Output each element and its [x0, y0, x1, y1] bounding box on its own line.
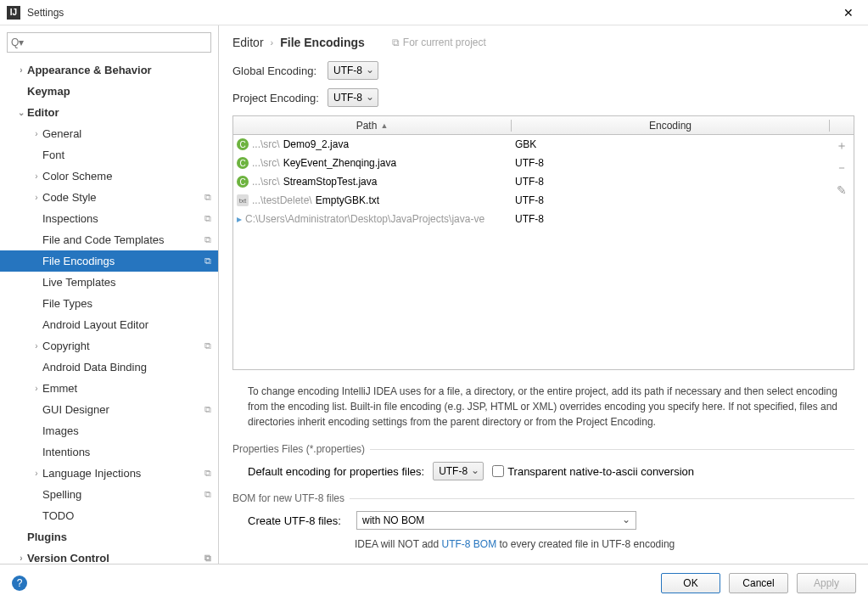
table-rows[interactable]: C...\src\Demo9_2.javaGBKC...\src\KeyEven…	[233, 135, 830, 369]
project-badge-icon: ⧉	[204, 553, 211, 564]
sidebar-item-label: Language Injections	[42, 467, 204, 480]
project-encoding-combo[interactable]: UTF-8	[328, 88, 378, 107]
search-wrap	[0, 25, 218, 59]
sidebar-item-label: Copyright	[42, 340, 204, 352]
transparent-checkbox[interactable]: Transparent native-to-ascii conversion	[492, 465, 694, 478]
table-row[interactable]: C...\src\StreamStopTest.javaUTF-8	[233, 172, 830, 191]
sidebar-item-color-scheme[interactable]: ›Color Scheme	[0, 166, 218, 187]
sidebar-item-label: Plugins	[27, 531, 211, 543]
expand-arrow-icon: ›	[31, 129, 42, 138]
sidebar-item-version-control[interactable]: ›Version Control⧉	[0, 548, 218, 564]
utf8-bom-link[interactable]: UTF-8 BOM	[441, 538, 496, 550]
ok-button[interactable]: OK	[661, 573, 720, 593]
sidebar-item-label: File Encodings	[42, 255, 204, 267]
file-name: KeyEvent_Zhenqing.java	[283, 157, 396, 169]
breadcrumb: Editor › File Encodings ⧉For current pro…	[232, 36, 854, 49]
sidebar-item-plugins[interactable]: Plugins	[0, 526, 218, 548]
sidebar-item-file-types[interactable]: File Types	[0, 293, 218, 314]
project-badge-icon: ⧉	[204, 213, 211, 224]
table-row[interactable]: ▸C:\Users\Administrator\Desktop\JavaProj…	[233, 210, 830, 228]
sidebar-item-gui-designer[interactable]: GUI Designer⧉	[0, 399, 218, 420]
sidebar-item-intentions[interactable]: Intentions	[0, 441, 218, 463]
sidebar-item-label: Font	[42, 149, 211, 161]
sidebar-item-android-layout-editor[interactable]: Android Layout Editor	[0, 314, 218, 335]
file-name: StreamStopTest.java	[283, 176, 378, 188]
java-file-icon: C	[237, 138, 249, 150]
add-button[interactable]: ＋	[830, 135, 854, 157]
content-panel: Editor › File Encodings ⧉For current pro…	[219, 25, 868, 564]
folder-icon: ▸	[237, 213, 242, 225]
sidebar-item-keymap[interactable]: Keymap	[0, 81, 218, 102]
bom-row: Create UTF-8 files: with NO BOM	[232, 511, 854, 530]
sidebar-item-inspections[interactable]: Inspections⧉	[0, 208, 218, 229]
sidebar-item-appearance-behavior[interactable]: ›Appearance & Behavior	[0, 59, 218, 81]
sidebar-item-file-encodings[interactable]: File Encodings⧉	[0, 250, 218, 272]
sidebar-item-general[interactable]: ›General	[0, 123, 218, 144]
sidebar: ›Appearance & BehaviorKeymap⌄Editor›Gene…	[0, 25, 219, 564]
sidebar-item-label: TODO	[42, 509, 211, 522]
table-row[interactable]: C...\src\KeyEvent_Zhenqing.javaUTF-8	[233, 154, 830, 172]
cell-encoding[interactable]: UTF-8	[512, 176, 830, 188]
sidebar-item-label: Emmet	[42, 382, 211, 395]
cell-encoding[interactable]: UTF-8	[512, 213, 830, 225]
java-file-icon: C	[237, 176, 249, 188]
titlebar: IJ Settings ✕	[0, 0, 868, 25]
sidebar-item-label: Inspections	[42, 212, 204, 225]
cancel-button[interactable]: Cancel	[729, 573, 788, 593]
global-encoding-row: Global Encoding: UTF-8	[232, 61, 854, 80]
properties-encoding-combo[interactable]: UTF-8	[433, 462, 484, 480]
sidebar-item-language-injections[interactable]: ›Language Injections⧉	[0, 463, 218, 484]
sidebar-item-editor[interactable]: ⌄Editor	[0, 102, 218, 123]
edit-button[interactable]: ✎	[830, 179, 854, 201]
cell-encoding[interactable]: GBK	[512, 138, 830, 150]
sidebar-item-font[interactable]: Font	[0, 144, 218, 166]
chevron-right-icon: ›	[271, 37, 274, 48]
table-row[interactable]: txt...\testDelete\EmptyGBK.txtUTF-8	[233, 191, 830, 210]
sidebar-item-android-data-binding[interactable]: Android Data Binding	[0, 357, 218, 378]
bom-note: IDEA will NOT add UTF-8 BOM to every cre…	[232, 538, 854, 550]
breadcrumb-leaf: File Encodings	[280, 36, 365, 49]
sidebar-item-label: General	[42, 127, 211, 140]
dialog-title: Settings	[27, 7, 836, 19]
expand-arrow-icon: ›	[15, 553, 27, 563]
bom-combo[interactable]: with NO BOM	[356, 511, 636, 530]
sidebar-item-todo[interactable]: TODO	[0, 505, 218, 526]
encoding-table: Path▲ Encoding C...\src\Demo9_2.javaGBKC…	[232, 115, 854, 370]
project-encoding-label: Project Encoding:	[232, 92, 328, 104]
settings-dialog: IJ Settings ✕ ›Appearance & BehaviorKeym…	[0, 0, 868, 601]
close-icon[interactable]: ✕	[836, 6, 861, 20]
cell-encoding[interactable]: UTF-8	[512, 194, 830, 206]
expand-arrow-icon: ›	[15, 65, 27, 75]
cell-encoding[interactable]: UTF-8	[512, 157, 830, 169]
column-encoding[interactable]: Encoding	[512, 120, 830, 132]
search-input[interactable]	[7, 32, 211, 53]
sidebar-item-emmet[interactable]: ›Emmet	[0, 378, 218, 399]
project-encoding-row: Project Encoding: UTF-8	[232, 88, 854, 107]
sidebar-item-label: Intentions	[42, 446, 211, 458]
cell-path: C...\src\KeyEvent_Zhenqing.java	[233, 157, 512, 169]
table-row[interactable]: C...\src\Demo9_2.javaGBK	[233, 135, 830, 154]
sidebar-item-file-and-code-templates[interactable]: File and Code Templates⧉	[0, 229, 218, 250]
properties-section: Properties Files (*.properties)	[232, 443, 854, 455]
java-file-icon: C	[237, 157, 249, 169]
sidebar-item-code-style[interactable]: ›Code Style⧉	[0, 187, 218, 208]
sidebar-item-images[interactable]: Images	[0, 420, 218, 441]
sidebar-item-label: Live Templates	[42, 276, 211, 289]
apply-button[interactable]: Apply	[797, 573, 856, 593]
sidebar-item-spelling[interactable]: Spelling⧉	[0, 484, 218, 505]
project-badge-icon: ⧉	[204, 468, 211, 479]
remove-button[interactable]: －	[830, 157, 854, 179]
sidebar-item-copyright[interactable]: ›Copyright⧉	[0, 335, 218, 357]
sidebar-item-label: Color Scheme	[42, 170, 211, 183]
sidebar-item-label: Spelling	[42, 488, 204, 501]
table-header: Path▲ Encoding	[233, 116, 854, 135]
sidebar-item-label: Version Control	[27, 552, 204, 564]
help-button[interactable]: ?	[12, 576, 27, 591]
sidebar-item-live-templates[interactable]: Live Templates	[0, 272, 218, 293]
column-path[interactable]: Path▲	[233, 120, 512, 132]
global-encoding-combo[interactable]: UTF-8	[328, 61, 378, 80]
cell-path: txt...\testDelete\EmptyGBK.txt	[233, 194, 512, 206]
settings-tree[interactable]: ›Appearance & BehaviorKeymap⌄Editor›Gene…	[0, 59, 218, 564]
expand-arrow-icon: ›	[31, 193, 42, 202]
sidebar-item-label: Android Layout Editor	[42, 318, 211, 331]
